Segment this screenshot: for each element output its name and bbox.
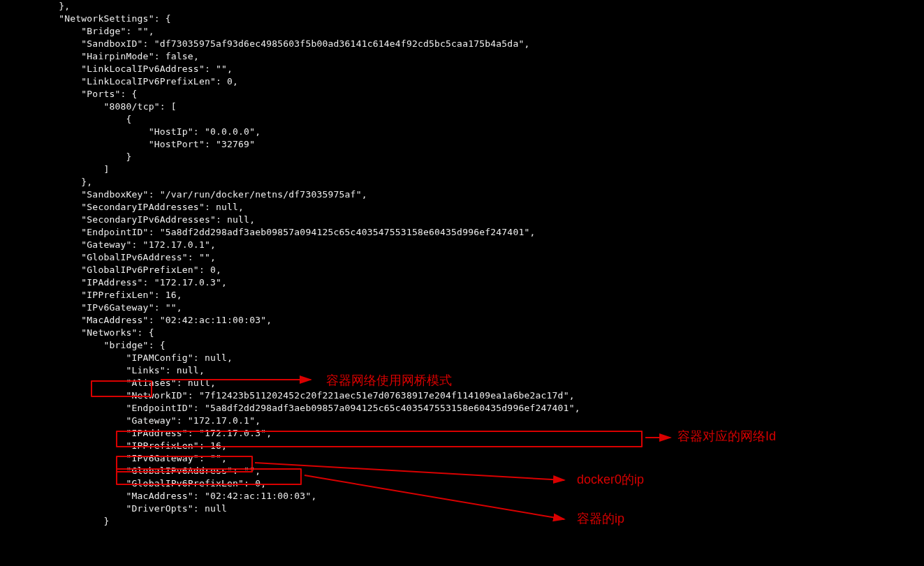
val-hostport: 32769	[221, 139, 249, 149]
val-n-ipam: null	[205, 352, 227, 363]
val-llip6pl: 0	[227, 76, 233, 87]
val-sandboxid: df73035975af93d6ec4985603f5b00ad36141c61…	[160, 38, 519, 49]
val-gateway: 172.17.0.1	[149, 239, 205, 250]
val-sandboxkey: /var/run/docker/netns/df73035975af	[166, 189, 356, 200]
val-n-ipaddr: 172.17.0.3	[205, 428, 261, 438]
terminal-pane: }, "NetworkSettings": { "Bridge": "", "S…	[0, 0, 924, 566]
val-gip6pl: 0	[210, 265, 216, 275]
val-n-links: null	[177, 365, 199, 375]
val-n-gateway: 172.17.0.1	[193, 415, 249, 426]
val-mac: 02:42:ac:11:00:03	[166, 315, 261, 325]
val-n-driveropts: null	[205, 503, 227, 514]
val-hairpin: false	[166, 51, 193, 61]
val-n-aliases: null	[188, 378, 210, 388]
val-ipaddr: 172.17.0.3	[160, 277, 216, 288]
val-endpointid: 5a8df2dd298adf3aeb09857a094125c65c403547…	[166, 227, 525, 237]
val-ipprefix: 16	[166, 290, 177, 300]
val-hostip: 0.0.0.0	[210, 126, 249, 137]
val-secip: null	[216, 202, 238, 212]
val-n-netid: 7f12423b511202452c20f221aec51e7d07638917…	[205, 390, 564, 401]
json-output: }, "NetworkSettings": { "Bridge": "", "S…	[0, 0, 924, 528]
val-port-key: 8080/tcp	[109, 101, 154, 112]
val-n-gip6pl: 0	[255, 478, 261, 489]
val-n-epid: 5a8df2dd298adf3aeb09857a094125c65c403547…	[210, 403, 569, 413]
val-n-mac: 02:42:ac:11:00:03	[210, 491, 305, 501]
val-n-ipprefix: 16	[210, 440, 221, 451]
val-secip6: null	[227, 214, 249, 225]
